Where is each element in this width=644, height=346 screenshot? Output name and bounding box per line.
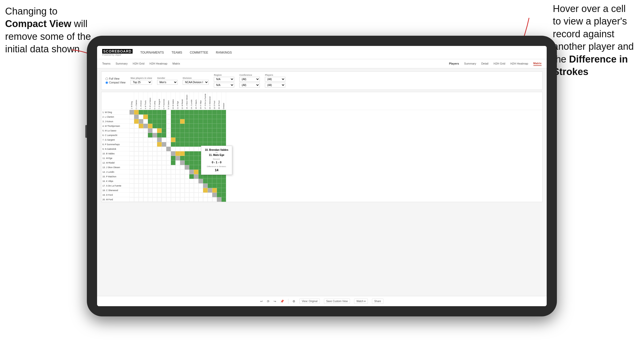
grid-cell[interactable]: [153, 124, 157, 128]
grid-cell[interactable]: [198, 179, 203, 183]
grid-cell[interactable]: [203, 174, 208, 179]
grid-cell[interactable]: [148, 110, 153, 115]
grid-cell[interactable]: [162, 193, 166, 197]
grid-cell[interactable]: [153, 142, 157, 147]
grid-cell[interactable]: [180, 151, 185, 156]
grid-cell[interactable]: [130, 179, 134, 183]
grid-cell[interactable]: [153, 165, 157, 170]
grid-cell[interactable]: [134, 170, 139, 174]
grid-cell[interactable]: [153, 183, 157, 188]
grid-cell[interactable]: [171, 174, 175, 179]
grid-cell[interactable]: [203, 179, 208, 183]
nav-committee[interactable]: COMMITTEE: [190, 51, 208, 54]
grid-cell[interactable]: [180, 119, 185, 124]
grid-cell[interactable]: [130, 124, 134, 128]
grid-cell[interactable]: [153, 170, 157, 174]
players-select[interactable]: (All): [265, 77, 285, 82]
grid-cell[interactable]: [175, 151, 180, 156]
grid-cell[interactable]: [221, 133, 226, 138]
conference-select[interactable]: (All): [239, 77, 260, 82]
grid-cell[interactable]: [194, 165, 198, 170]
grid-cell[interactable]: [143, 147, 148, 151]
grid-cell[interactable]: [198, 115, 203, 119]
grid-cell[interactable]: [157, 174, 162, 179]
grid-cell[interactable]: [134, 160, 139, 165]
grid-cell[interactable]: [157, 124, 162, 128]
grid-cell[interactable]: [185, 197, 189, 202]
grid-cell[interactable]: [208, 174, 212, 179]
grid-cell[interactable]: [171, 110, 175, 115]
grid-cell[interactable]: [180, 124, 185, 128]
grid-cell[interactable]: [148, 119, 153, 124]
grid-cell[interactable]: [198, 128, 203, 133]
grid-cell[interactable]: [162, 119, 166, 124]
grid-cell[interactable]: [134, 115, 139, 119]
grid-cell[interactable]: [130, 170, 134, 174]
grid-cell[interactable]: [171, 147, 175, 151]
grid-cell[interactable]: [189, 165, 194, 170]
grid-cell[interactable]: [221, 119, 226, 124]
grid-cell[interactable]: [139, 193, 143, 197]
grid-cell[interactable]: [148, 138, 153, 142]
grid-cell[interactable]: [143, 174, 148, 179]
grid-cell[interactable]: [148, 115, 153, 119]
grid-cell[interactable]: [143, 183, 148, 188]
grid-cell[interactable]: [148, 179, 153, 183]
grid-cell[interactable]: [166, 179, 171, 183]
grid-cell[interactable]: [171, 193, 175, 197]
grid-cell[interactable]: [153, 119, 157, 124]
conference-select-2[interactable]: (All): [239, 83, 260, 88]
grid-cell[interactable]: [175, 124, 180, 128]
grid-cell[interactable]: [162, 197, 166, 202]
grid-cell[interactable]: [217, 193, 221, 197]
grid-cell[interactable]: [217, 197, 221, 202]
grid-cell[interactable]: [217, 115, 221, 119]
grid-cell[interactable]: [203, 124, 208, 128]
grid-cell[interactable]: [139, 115, 143, 119]
grid-cell[interactable]: [185, 179, 189, 183]
grid-cell[interactable]: [185, 151, 189, 156]
grid-cell[interactable]: [148, 142, 153, 147]
grid-cell[interactable]: [162, 147, 166, 151]
grid-cell[interactable]: [157, 133, 162, 138]
grid-cell[interactable]: [185, 160, 189, 165]
grid-cell[interactable]: [175, 170, 180, 174]
grid-cell[interactable]: [185, 124, 189, 128]
grid-cell[interactable]: [157, 156, 162, 160]
players-select-2[interactable]: (All): [265, 83, 285, 88]
grid-cell[interactable]: [157, 165, 162, 170]
grid-cell[interactable]: [217, 124, 221, 128]
grid-cell[interactable]: [194, 156, 198, 160]
grid-cell[interactable]: [194, 160, 198, 165]
grid-cell[interactable]: [157, 147, 162, 151]
grid-cell[interactable]: [203, 128, 208, 133]
grid-cell[interactable]: [134, 133, 139, 138]
grid-cell[interactable]: [203, 133, 208, 138]
grid-cell[interactable]: [194, 151, 198, 156]
grid-cell[interactable]: [208, 115, 212, 119]
grid-cell[interactable]: [175, 156, 180, 160]
grid-cell[interactable]: [130, 151, 134, 156]
grid-cell[interactable]: [162, 188, 166, 193]
grid-cell[interactable]: [171, 128, 175, 133]
grid-cell[interactable]: [171, 151, 175, 156]
grid-cell[interactable]: [162, 110, 166, 115]
grid-cell[interactable]: [175, 115, 180, 119]
grid-cell[interactable]: [148, 147, 153, 151]
grid-cell[interactable]: [139, 142, 143, 147]
grid-cell[interactable]: [130, 197, 134, 202]
grid-cell[interactable]: [143, 156, 148, 160]
grid-cell[interactable]: [208, 193, 212, 197]
grid-cell[interactable]: [198, 197, 203, 202]
grid-cell[interactable]: [171, 138, 175, 142]
nav-teams[interactable]: TEAMS: [172, 51, 182, 54]
grid-cell[interactable]: [171, 119, 175, 124]
grid-cell[interactable]: [194, 128, 198, 133]
grid-cell[interactable]: [134, 151, 139, 156]
grid-cell[interactable]: [189, 160, 194, 165]
grid-cell[interactable]: [166, 128, 171, 133]
grid-cell[interactable]: [171, 188, 175, 193]
grid-cell[interactable]: [198, 133, 203, 138]
grid-cell[interactable]: [198, 188, 203, 193]
grid-cell[interactable]: [139, 147, 143, 151]
